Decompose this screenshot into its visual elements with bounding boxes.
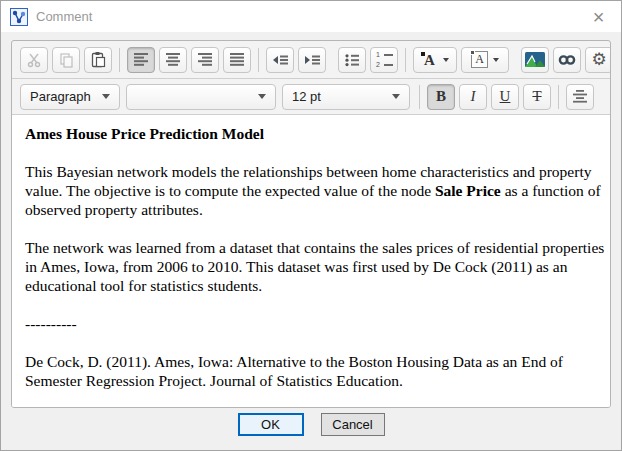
toolbar-separator bbox=[419, 85, 420, 109]
dropdown-caret-icon bbox=[392, 94, 400, 99]
link-icon bbox=[558, 54, 576, 66]
dropdown-caret-icon bbox=[258, 94, 266, 99]
indent-icon bbox=[304, 54, 321, 66]
bold-button[interactable]: B bbox=[427, 84, 455, 110]
list-digit-2: 2 bbox=[376, 61, 381, 68]
dropdown-caret-icon bbox=[443, 58, 449, 62]
titlebar: Comment × bbox=[1, 1, 621, 32]
italic-button[interactable]: I bbox=[459, 84, 487, 110]
insert-link-button[interactable] bbox=[553, 47, 581, 73]
insert-image-button[interactable] bbox=[521, 47, 549, 73]
editor-paragraph-1: This Bayesian network models the relatio… bbox=[25, 162, 606, 219]
justify-icon bbox=[229, 53, 245, 66]
paragraph-style-value: Paragraph bbox=[30, 89, 91, 104]
editor-panel: 1 2 A bbox=[11, 40, 611, 408]
line-spacing-button[interactable] bbox=[566, 84, 594, 110]
ok-button[interactable]: OK bbox=[238, 413, 304, 436]
bullet-list-button[interactable] bbox=[338, 47, 366, 73]
numbered-list-icon: 1 2 bbox=[376, 51, 393, 68]
indent-button[interactable] bbox=[298, 47, 326, 73]
align-left-icon bbox=[133, 53, 149, 66]
font-family-select[interactable] bbox=[126, 84, 276, 110]
paragraph-style-select[interactable]: Paragraph bbox=[20, 84, 120, 110]
list-digit-1: 1 bbox=[376, 51, 381, 58]
align-center-button[interactable] bbox=[159, 47, 187, 73]
toolbar-separator bbox=[558, 85, 559, 109]
font-color-button[interactable]: A bbox=[413, 47, 457, 73]
close-icon: × bbox=[593, 7, 605, 27]
font-color-icon: A bbox=[421, 51, 438, 69]
line-spacing-icon bbox=[573, 90, 587, 103]
gear-icon: ⚙ bbox=[591, 51, 606, 68]
highlight-color-icon: A bbox=[471, 51, 488, 68]
strikethrough-button[interactable]: T bbox=[523, 84, 551, 110]
close-button[interactable]: × bbox=[576, 1, 621, 32]
toolbar-row-2: Paragraph 12 pt B I U T bbox=[12, 78, 610, 114]
image-icon bbox=[525, 52, 545, 67]
toolbar-separator bbox=[405, 48, 406, 72]
copy-button[interactable] bbox=[52, 47, 80, 73]
toolbar-separator bbox=[119, 48, 120, 72]
editor-divider-dashes: ---------- bbox=[25, 314, 606, 333]
bold-text-run: Sale Price bbox=[435, 182, 501, 199]
align-center-icon bbox=[165, 53, 181, 66]
network-app-icon bbox=[10, 8, 28, 26]
toolbar-row-1: 1 2 A bbox=[12, 41, 610, 78]
align-left-button[interactable] bbox=[127, 47, 155, 73]
cancel-button[interactable]: Cancel bbox=[321, 413, 385, 436]
editor-citation: De Cock, D. (2011). Ames, Iowa: Alternat… bbox=[25, 352, 606, 390]
outdent-button[interactable] bbox=[266, 47, 294, 73]
editor-paragraph-2: The network was learned from a dataset t… bbox=[25, 238, 606, 295]
scissors-icon bbox=[26, 52, 42, 68]
outdent-icon bbox=[272, 54, 289, 66]
toolbar-separator bbox=[258, 48, 259, 72]
justify-button[interactable] bbox=[223, 47, 251, 73]
editor-heading: Ames House Price Prediction Model bbox=[25, 124, 606, 143]
dialog-footer: OK Cancel bbox=[1, 408, 621, 436]
copy-icon bbox=[58, 52, 74, 68]
cut-button[interactable] bbox=[20, 47, 48, 73]
bullet-list-icon bbox=[344, 53, 360, 67]
comment-editor[interactable]: Ames House Price Prediction Model This B… bbox=[12, 114, 610, 407]
font-size-select[interactable]: 12 pt bbox=[282, 84, 410, 110]
align-right-button[interactable] bbox=[191, 47, 219, 73]
font-size-value: 12 pt bbox=[292, 89, 321, 104]
clipboard-paste-icon bbox=[90, 51, 106, 68]
paste-button[interactable] bbox=[84, 47, 112, 73]
numbered-list-button[interactable]: 1 2 bbox=[370, 47, 398, 73]
align-right-icon bbox=[197, 53, 213, 66]
underline-button[interactable]: U bbox=[491, 84, 519, 110]
dropdown-caret-icon bbox=[493, 58, 499, 62]
dropdown-caret-icon bbox=[102, 94, 110, 99]
comment-dialog: Comment × bbox=[0, 0, 622, 451]
highlight-color-button[interactable]: A bbox=[461, 47, 509, 73]
window-title: Comment bbox=[36, 9, 576, 24]
settings-button[interactable]: ⚙ bbox=[585, 47, 611, 73]
